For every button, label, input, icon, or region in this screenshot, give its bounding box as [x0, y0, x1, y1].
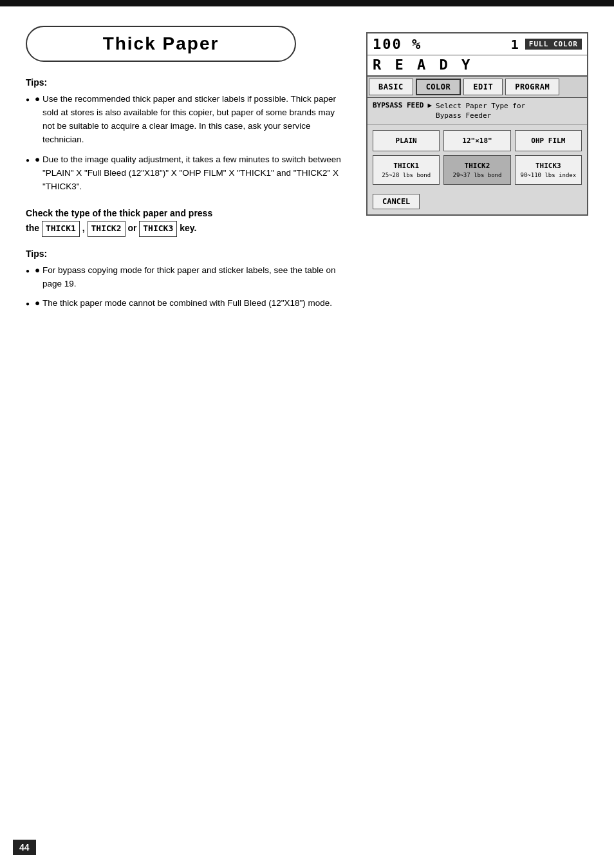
paper-btn-thick3[interactable]: THICK3 90~110 lbs index	[515, 155, 582, 185]
tab-edit[interactable]: EDIT	[463, 79, 503, 95]
paper-grid: PLAIN 12"×18" OHP FILM THICK1 25~28 lbs …	[367, 125, 587, 190]
paper-btn-thick1[interactable]: THICK1 25~28 lbs bond	[373, 155, 440, 185]
status-bar: 100 % 1 FULL COLOR	[367, 33, 587, 55]
copier-panel: 100 % 1 FULL COLOR R E A D Y BASIC COLOR…	[366, 32, 588, 216]
page-number: 44	[13, 840, 36, 855]
tab-color[interactable]: COLOR	[416, 79, 461, 95]
check-type-instruction: Check the type of the thick paper and pr…	[26, 206, 347, 236]
tab-basic[interactable]: BASIC	[369, 79, 413, 95]
left-column: Thick Paper Tips: ● Use the recommended …	[26, 26, 347, 323]
thick2-key: THICK2	[88, 221, 126, 237]
list-item: ● The thick paper mode cannot be combine…	[26, 297, 347, 310]
bullet-icon: ●	[35, 264, 42, 278]
paper-btn-thick2[interactable]: THICK2 29~37 lbs bond	[443, 155, 510, 185]
paper-btn-plain[interactable]: PLAIN	[373, 130, 440, 151]
cancel-row: CANCEL	[367, 190, 587, 214]
tab-program[interactable]: PROGRAM	[505, 79, 559, 95]
top-bar	[0, 0, 614, 6]
bypass-label: BYPSASS FEED	[373, 101, 423, 109]
status-one: 1	[511, 37, 519, 52]
tips2-list: ● For bypass copying mode for thick pape…	[26, 264, 347, 311]
bullet-icon: ●	[35, 93, 42, 106]
tips2-label: Tips:	[26, 249, 347, 259]
bypass-feed-row: BYPSASS FEED ▶ Select Paper Type for Byp…	[367, 98, 587, 125]
paper-btn-ohp-film[interactable]: OHP FILM	[515, 130, 582, 151]
bypass-desc: Select Paper Type for Bypass Feeder	[436, 101, 525, 121]
bullet-icon: ●	[35, 297, 42, 310]
ready-line: R E A D Y	[367, 55, 587, 77]
list-item: ● For bypass copying mode for thick pape…	[26, 264, 347, 291]
paper-btn-12x18[interactable]: 12"×18"	[443, 130, 510, 151]
list-item: ● Due to the image quality adjustment, i…	[26, 153, 347, 194]
list-item: ● Use the recommended thick paper and st…	[26, 93, 347, 147]
bullet-icon: ●	[35, 153, 42, 167]
tips1-list: ● Use the recommended thick paper and st…	[26, 93, 347, 193]
full-color-badge: FULL COLOR	[525, 39, 582, 50]
cancel-button[interactable]: CANCEL	[373, 194, 420, 209]
bypass-arrow-icon: ▶	[427, 101, 432, 109]
tips1-label: Tips:	[26, 77, 347, 88]
thick3-key: THICK3	[139, 221, 177, 237]
thick1-key: THICK1	[42, 221, 80, 237]
page-title: Thick Paper	[46, 33, 275, 54]
status-percent: 100 %	[373, 36, 422, 52]
tab-row: BASIC COLOR EDIT PROGRAM	[367, 77, 587, 98]
right-column: 100 % 1 FULL COLOR R E A D Y BASIC COLOR…	[366, 32, 588, 323]
title-box: Thick Paper	[26, 26, 296, 62]
